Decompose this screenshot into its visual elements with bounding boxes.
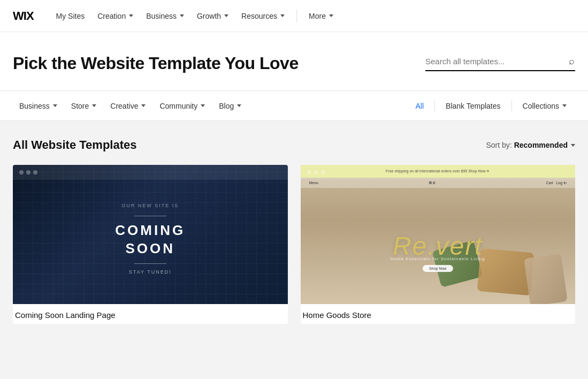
filter-community[interactable]: Community [153,98,211,113]
resources-chevron-icon [280,14,285,17]
filter-blank-templates[interactable]: Blank Templates [437,98,509,113]
filter-collections[interactable]: Collections [514,98,575,113]
browser-bar [13,165,288,180]
growth-link[interactable]: Growth [192,9,234,24]
wix-logo[interactable]: WIX [13,9,34,23]
filter-all[interactable]: All [407,98,432,113]
coming-soon-headline: COMINGSOON [115,222,185,258]
blog-filter-chevron-icon [237,104,241,107]
revert-dot-2 [314,170,318,175]
creative-filter-chevron-icon [141,104,146,107]
main-content: All Website Templates Sort by: Recommend… [0,121,588,379]
creation-chevron-icon [129,14,133,17]
growth-chevron-icon [224,14,228,17]
business-filter-chevron-icon [53,104,57,107]
browser-dot-3 [33,170,37,175]
browser-dot-1 [19,170,24,175]
revert-brand-title: Re.vert [393,231,483,261]
filter-right: All Blank Templates Collections [407,98,575,113]
nav-divider [296,10,297,22]
filter-sep-2 [511,101,512,111]
revert-dot-1 [307,170,311,175]
section-header: All Website Templates Sort by: Recommend… [13,138,575,152]
business-chevron-icon [180,14,184,17]
revert-browser-bar [301,165,576,180]
more-chevron-icon [329,14,333,17]
collections-chevron-icon [562,104,567,107]
template-thumb-coming-soon: OUR NEW SITE IS COMINGSOON STAY TUNED! [13,165,288,304]
template-thumb-home-goods: Free shipping on all international order… [301,165,576,304]
hero-section: Pick the Website Template You Love ⌕ [0,32,588,91]
coming-soon-preview: OUR NEW SITE IS COMINGSOON STAY TUNED! [13,165,288,304]
filter-bar: Business Store Creative Community Blog A… [0,91,588,121]
more-link[interactable]: More [303,9,339,24]
search-icon[interactable]: ⌕ [569,56,575,67]
template-grid: OUR NEW SITE IS COMINGSOON STAY TUNED! C… [13,165,575,324]
template-card-coming-soon[interactable]: OUR NEW SITE IS COMINGSOON STAY TUNED! C… [13,165,288,324]
filter-business[interactable]: Business [13,98,64,113]
section-title: All Website Templates [13,138,136,152]
sort-dropdown[interactable]: Sort by: Recommended [486,141,575,149]
business-link[interactable]: Business [141,9,189,24]
my-sites-link[interactable]: My Sites [51,9,90,24]
revert-dot-3 [321,170,325,175]
store-filter-chevron-icon [92,104,96,107]
revert-preview: Free shipping on all international order… [301,165,576,304]
revert-shop-btn: Shop Now [423,265,453,272]
search-input[interactable] [425,57,564,66]
filter-store[interactable]: Store [65,98,103,113]
top-nav: WIX My Sites Creation Business Growth Re… [0,0,588,32]
template-name-home-goods: Home Goods Store [301,304,576,324]
filter-creative[interactable]: Creative [104,98,152,113]
filter-blog[interactable]: Blog [212,98,248,113]
browser-dot-2 [26,170,30,175]
our-new-site-label: OUR NEW SITE IS [115,203,185,208]
template-name-coming-soon: Coming Soon Landing Page [13,304,288,324]
template-card-home-goods[interactable]: Free shipping on all international order… [301,165,576,324]
filter-left: Business Store Creative Community Blog [13,98,407,113]
coming-soon-line-bottom [134,263,166,264]
hero-title: Pick the Website Template You Love [13,54,299,73]
community-filter-chevron-icon [201,104,205,107]
revert-main: Re.vert Home Essentials for Sustainable … [301,188,576,304]
filter-sep-1 [434,101,435,111]
coming-soon-line-top [134,216,166,216]
search-container: ⌕ [425,56,575,71]
resources-link[interactable]: Resources [236,9,290,24]
top-nav-links: My Sites Creation Business Growth Resour… [51,9,575,24]
sort-chevron-icon [571,144,575,147]
creation-link[interactable]: Creation [92,9,139,24]
coming-soon-sub: STAY TUNED! [115,269,185,275]
